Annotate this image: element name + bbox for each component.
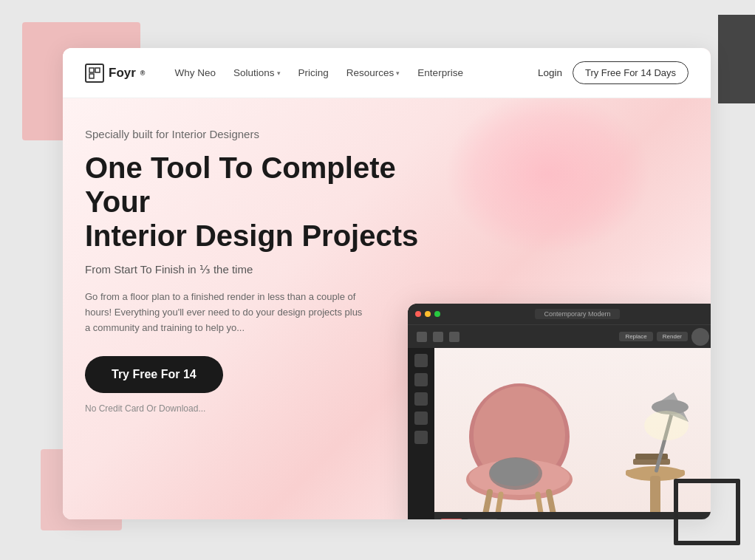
nav-solutions[interactable]: Solutions ▾ <box>233 67 281 78</box>
toolbar-label-1: Replace <box>619 332 652 341</box>
solutions-caret: ▾ <box>277 69 281 77</box>
screenshot-toolbar: Replace Render <box>408 324 711 348</box>
nav-resources[interactable]: Resources ▾ <box>346 67 400 78</box>
cta-note: No Credit Card Or Download... <box>85 403 425 414</box>
toolbar-icon-2 <box>433 332 443 342</box>
nav-why-neo[interactable]: Why Neo <box>174 67 216 78</box>
screenshot-sidebar <box>408 348 434 519</box>
svg-rect-25 <box>635 454 668 460</box>
sidebar-icon-1 <box>414 354 428 367</box>
logo[interactable]: Foyr® <box>85 64 145 83</box>
sidebar-icon-4 <box>414 412 428 425</box>
product-screenshot: Contemporary Modern Replace Render <box>408 304 711 519</box>
toolbar-label-2: Render <box>657 332 688 341</box>
svg-rect-24 <box>633 459 670 465</box>
hero-description: Go from a floor plan to a finished rende… <box>85 290 366 335</box>
hero-tagline: From Start To Finish in ⅓ the time <box>85 263 425 276</box>
bg-decoration-bottomright <box>674 479 740 545</box>
nav-links: Why Neo Solutions ▾ Pricing Resources ▾ … <box>174 67 537 78</box>
nav-enterprise[interactable]: Enterprise <box>417 67 463 78</box>
resources-caret: ▾ <box>396 69 400 77</box>
navbar: Foyr® Why Neo Solutions ▾ Pricing Resour… <box>63 48 711 98</box>
main-card: Foyr® Why Neo Solutions ▾ Pricing Resour… <box>63 48 711 519</box>
try-free-button[interactable]: Try Free For 14 Days <box>573 61 689 84</box>
titlebar-dot-green <box>434 311 440 317</box>
titlebar-dot-yellow <box>425 311 431 317</box>
bg-decoration-topright <box>718 15 755 103</box>
screenshot-body: New 3D View <box>408 348 711 519</box>
content-area: Specially built for Interior Designers O… <box>63 98 711 519</box>
sidebar-icon-3 <box>414 392 428 406</box>
toolbar-icon-3 <box>449 332 460 342</box>
cta-wrapper: Try Free For 14 No Credit Card Or Downlo… <box>85 356 425 414</box>
logo-text: Foyr <box>109 66 136 81</box>
hero-subtitle: Specially built for Interior Designers <box>85 128 425 140</box>
bottom-toolbar: New 3D View <box>434 512 711 519</box>
screenshot-canvas: New 3D View <box>434 348 711 519</box>
svg-rect-0 <box>89 68 94 72</box>
sidebar-icon-5 <box>414 431 428 444</box>
nav-pricing[interactable]: Pricing <box>298 67 329 78</box>
screenshot-title-label: Contemporary Modern <box>535 309 619 319</box>
chair-illustration <box>449 370 597 519</box>
bottom-btn-2: 3D View <box>467 519 498 520</box>
titlebar-dot-red <box>415 311 421 317</box>
hero-title: One Tool To Complete Your Interior Desig… <box>85 151 425 253</box>
bottom-btn-1: New <box>440 519 462 520</box>
screenshot-titlebar: Contemporary Modern <box>408 304 711 324</box>
toolbar-avatar <box>691 328 709 346</box>
login-button[interactable]: Login <box>538 67 562 78</box>
svg-point-29 <box>644 411 689 440</box>
svg-rect-2 <box>89 74 94 78</box>
hero-content: Specially built for Interior Designers O… <box>63 98 447 436</box>
svg-point-16 <box>490 458 539 486</box>
nav-actions: Login Try Free For 14 Days <box>538 61 689 84</box>
sidebar-icon-2 <box>414 373 428 386</box>
screenshot-window: Contemporary Modern Replace Render <box>408 304 711 519</box>
svg-rect-1 <box>95 68 100 72</box>
cta-button[interactable]: Try Free For 14 <box>85 356 223 393</box>
logo-reg: ® <box>140 69 146 77</box>
toolbar-icon-1 <box>417 332 427 342</box>
logo-icon <box>85 64 104 83</box>
